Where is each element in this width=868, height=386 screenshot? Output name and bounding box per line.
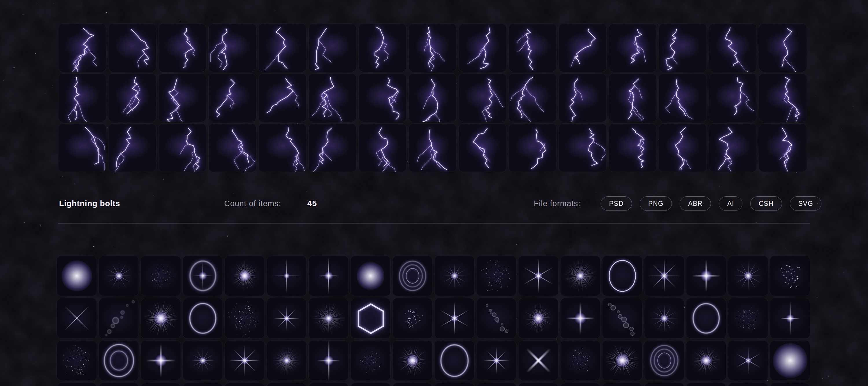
lightning-bolt-thumbnail (509, 24, 557, 72)
lightning-bolt-thumbnail (359, 124, 406, 172)
light-effect-thumbnail-bokeh-chain (476, 298, 517, 339)
lightning-bolt-thumbnail (709, 73, 757, 122)
light-effect-thumbnail-star12 (728, 256, 768, 296)
lightning-bolt-thumbnail (509, 124, 557, 172)
light-effect-thumbnail-dust (141, 256, 181, 296)
lightning-bolt-thumbnail (158, 124, 206, 172)
light-effect-thumbnail-bokeh-chain (99, 298, 139, 339)
light-effect-thumbnail-partial (476, 383, 517, 386)
light-effect-thumbnail-star6 (434, 298, 474, 339)
light-effect-thumbnail-xcross (518, 340, 558, 381)
lightning-bolt-thumbnail (308, 24, 356, 72)
lightning-bolt-thumbnail (709, 124, 757, 172)
light-effect-thumbnail-star8 (476, 340, 517, 381)
format-badge-svg[interactable]: SVG (790, 196, 822, 211)
light-effect-thumbnail-partial (308, 383, 349, 386)
lightning-bolt-thumbnail (58, 24, 106, 72)
light-effect-thumbnail-star6 (728, 340, 768, 381)
light-effect-thumbnail-partial (99, 383, 139, 386)
format-badges: PSDPNGABRAICSHSVG (601, 196, 822, 211)
lightning-bolt-thumbnail (258, 124, 306, 172)
lightning-bolt-thumbnail (759, 73, 807, 122)
light-effect-thumbnail-burst (224, 256, 265, 296)
lightning-bolt-thumbnail (559, 124, 607, 172)
section-title: Lightning bolts (59, 195, 120, 212)
lightning-bolt-thumbnail (509, 73, 557, 122)
light-effect-thumbnail-rays (308, 298, 349, 339)
light-effect-thumbnail-dust (560, 340, 600, 381)
light-effect-thumbnail-partial (770, 383, 810, 386)
divider (58, 223, 810, 224)
light-effect-thumbnail-dust (476, 256, 517, 296)
lightning-bolt-thumbnail (459, 73, 507, 122)
lightning-bolt-thumbnail (158, 73, 206, 122)
light-effect-thumbnail-star4 (560, 298, 600, 339)
light-effect-thumbnail-ring-star (183, 256, 223, 296)
light-effect-thumbnail-burst (602, 340, 642, 381)
lightning-bolt-thumbnail (759, 24, 807, 72)
lightning-bolt-thumbnail (659, 124, 707, 172)
lightning-bolt-thumbnail (609, 73, 657, 122)
light-effect-thumbnail-partial (267, 383, 307, 386)
format-badge-psd[interactable]: PSD (601, 196, 632, 211)
section-info-bar: Lightning bolts Count of items: 45 File … (0, 195, 868, 212)
light-effect-thumbnail-partial (518, 383, 558, 386)
lightning-bolt-thumbnail (459, 24, 507, 72)
light-effect-thumbnail-dust (728, 298, 768, 339)
light-effect-thumbnail-star4-tall (308, 340, 349, 381)
light-effect-thumbnail-burst (392, 340, 433, 381)
lightning-bolt-thumbnail (559, 73, 607, 122)
formats-label: File formats: (534, 195, 581, 212)
count-label: Count of items: (224, 195, 281, 212)
light-effect-thumbnail-ring (686, 298, 726, 339)
light-effect-thumbnail-partial (350, 383, 391, 386)
lightning-bolt-thumbnail (459, 124, 507, 172)
lightning-bolt-thumbnail (408, 124, 457, 172)
light-effect-thumbnail-partial (392, 383, 433, 386)
lightning-bolt-thumbnail (609, 24, 657, 72)
lightning-bolt-thumbnail (158, 24, 206, 72)
light-effect-thumbnail-ring (434, 340, 474, 381)
light-effect-thumbnail-partial (141, 383, 181, 386)
count-value: 45 (307, 195, 317, 212)
light-effect-thumbnail-star12 (434, 256, 474, 296)
light-effect-thumbnail-ring2 (99, 340, 139, 381)
light-effect-thumbnail-cross (267, 256, 307, 296)
lightning-bolt-thumbnail (58, 124, 106, 172)
light-effect-thumbnail-partial (183, 383, 223, 386)
light-effect-thumbnail-glow (350, 256, 391, 296)
light-effect-thumbnail-partial (560, 383, 600, 386)
light-effect-thumbnail-star4-tall (308, 256, 349, 296)
light-effect-thumbnail-dust (350, 340, 391, 381)
format-badge-ai[interactable]: AI (719, 196, 742, 211)
format-badge-png[interactable]: PNG (640, 196, 672, 211)
lightning-bolt-thumbnail (108, 124, 156, 172)
light-effect-thumbnail-ring (602, 256, 642, 296)
light-effect-thumbnail-star6 (518, 256, 558, 296)
light-effect-thumbnail-bokeh (770, 256, 810, 296)
light-effect-thumbnail-burst (518, 298, 558, 339)
light-effect-thumbnail-bokeh-chain (602, 298, 642, 339)
lightning-bolt-thumbnail (258, 24, 306, 72)
light-effect-thumbnail-bokeh (392, 298, 433, 339)
light-effect-thumbnail-xthin (57, 298, 97, 339)
light-effect-thumbnail-dust (57, 340, 97, 381)
light-effect-thumbnail-partial (728, 383, 768, 386)
light-effect-thumbnail-star12 (183, 340, 223, 381)
light-effect-thumbnail-partial (644, 383, 684, 386)
effects-grid (57, 256, 810, 386)
format-badge-csh[interactable]: CSH (750, 196, 782, 211)
light-effect-thumbnail-glow (57, 256, 97, 296)
light-effect-thumbnail-star12 (99, 256, 139, 296)
lightning-bolt-thumbnail (408, 73, 457, 122)
light-effect-thumbnail-star4 (686, 256, 726, 296)
light-effect-thumbnail-hexagon (350, 298, 391, 339)
light-effect-thumbnail-partial (434, 383, 474, 386)
light-effect-thumbnail-ring (183, 298, 223, 339)
lightning-bolt-thumbnail (308, 124, 356, 172)
light-effect-thumbnail-star4 (141, 340, 181, 381)
lightning-bolt-thumbnail (108, 73, 156, 122)
format-badge-abr[interactable]: ABR (680, 196, 711, 211)
light-effect-thumbnail-rays (560, 256, 600, 296)
lightning-bolt-thumbnail (208, 24, 256, 72)
